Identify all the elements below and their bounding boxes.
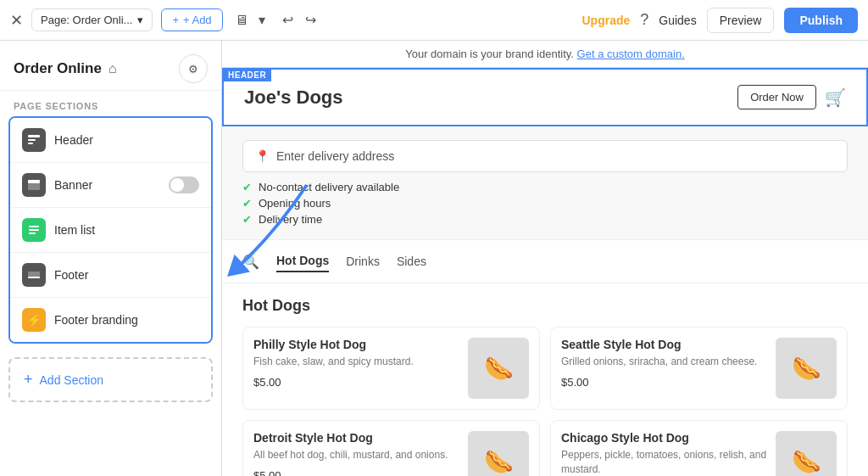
- delivery-address-text: Enter delivery address: [276, 149, 394, 163]
- undo-redo-controls: ↩ ↪: [277, 8, 321, 31]
- menu-tab-sides[interactable]: Sides: [397, 251, 426, 272]
- itemlist-section-label: Item list: [54, 223, 199, 237]
- item-name-seattle: Seattle Style Hot Dog: [561, 338, 767, 351]
- delivery-feature-1: ✔ No-contact delivery available: [242, 181, 848, 193]
- publish-button[interactable]: Publish: [784, 8, 858, 33]
- sidebar-item-footer[interactable]: Footer: [10, 253, 211, 298]
- header-section-label: Header: [54, 133, 199, 147]
- item-card-philly[interactable]: Philly Style Hot Dog Fish cake, slaw, an…: [242, 327, 540, 410]
- gear-icon: ⚙: [188, 63, 198, 76]
- item-info-philly: Philly Style Hot Dog Fish cake, slaw, an…: [253, 338, 459, 389]
- item-desc-chicago: Peppers, pickle, tomatoes, onions, relis…: [561, 448, 767, 476]
- item-image-philly: 🌭: [468, 338, 529, 399]
- item-desc-detroit: All beef hot dog, chili, mustard, and on…: [253, 448, 459, 462]
- add-section-button[interactable]: + Add Section: [8, 357, 213, 402]
- item-name-detroit: Detroit Style Hot Dog: [253, 431, 459, 445]
- sidebar-title-wrap: Order Online ⌂: [14, 60, 117, 77]
- delivery-feature-text-3: Delivery time: [259, 213, 322, 226]
- help-button[interactable]: ?: [640, 11, 648, 29]
- svg-rect-4: [28, 180, 40, 183]
- sidebar-item-banner[interactable]: Banner: [10, 163, 211, 208]
- item-price-detroit: $5.00: [253, 469, 459, 476]
- item-info-detroit: Detroit Style Hot Dog All beef hot dog, …: [253, 431, 459, 476]
- sidebar-header: Order Online ⌂ ⚙: [0, 41, 221, 91]
- guides-button[interactable]: Guides: [659, 14, 696, 27]
- svg-rect-2: [28, 143, 33, 144]
- delivery-feature-text-2: Opening hours: [259, 197, 331, 210]
- site-header-inner: Joe's Dogs Order Now 🛒: [224, 70, 866, 125]
- device-selector: 🖥 ▾: [231, 8, 269, 31]
- footerbrand-section-label: Footer branding: [54, 313, 199, 327]
- main-layout: Order Online ⌂ ⚙ PAGE SECTIONS Header Ba: [0, 41, 868, 476]
- item-card-chicago[interactable]: Chicago Style Hot Dog Peppers, pickle, t…: [550, 420, 848, 476]
- item-name-philly: Philly Style Hot Dog: [253, 338, 459, 351]
- settings-button[interactable]: ⚙: [179, 54, 208, 83]
- topbar-left: ✕ Page: Order Onli... ▾ + + Add 🖥 ▾ ↩ ↪: [10, 8, 321, 31]
- order-now-button[interactable]: Order Now: [737, 85, 816, 109]
- custom-domain-link[interactable]: Get a custom domain.: [577, 48, 685, 60]
- delivery-feature-text-1: No-contact delivery available: [259, 181, 399, 193]
- check-icon-1: ✔: [242, 181, 252, 193]
- banner-section-label: Banner: [54, 178, 160, 192]
- device-chevron[interactable]: ▾: [255, 8, 269, 31]
- content-area: Your domain is your brand identity. Get …: [222, 41, 868, 476]
- pin-icon: 📍: [255, 149, 270, 163]
- site-name: Joe's Dogs: [244, 87, 343, 109]
- item-card-detroit[interactable]: Detroit Style Hot Dog All beef hot dog, …: [242, 420, 540, 476]
- add-label: + Add: [183, 14, 212, 26]
- item-desc-seattle: Grilled onions, sriracha, and cream chee…: [561, 355, 767, 369]
- menu-tab-drinks[interactable]: Drinks: [346, 251, 380, 272]
- menu-nav-section: 🔍 Hot Dogs Drinks Sides: [222, 240, 868, 283]
- menu-nav: 🔍 Hot Dogs Drinks Sides: [242, 250, 848, 272]
- item-price-seattle: $5.00: [561, 376, 767, 389]
- sidebar-item-header[interactable]: Header: [10, 118, 211, 163]
- item-info-chicago: Chicago Style Hot Dog Peppers, pickle, t…: [561, 431, 767, 476]
- add-button[interactable]: + + Add: [161, 8, 222, 31]
- itemlist-section-icon: [22, 218, 46, 242]
- item-placeholder-chicago: 🌭: [792, 448, 821, 476]
- upgrade-button[interactable]: Upgrade: [581, 14, 630, 27]
- footer-section-icon: [22, 263, 46, 287]
- topbar-right: Upgrade ? Guides Preview Publish: [581, 8, 858, 33]
- banner-toggle[interactable]: [169, 176, 199, 193]
- domain-notice: Your domain is your brand identity. Get …: [222, 41, 868, 68]
- add-section-label: Add Section: [40, 373, 104, 387]
- redo-button[interactable]: ↪: [300, 8, 321, 31]
- cart-icon[interactable]: 🛒: [825, 87, 846, 108]
- undo-button[interactable]: ↩: [277, 8, 298, 31]
- domain-notice-text: Your domain is your brand identity.: [405, 48, 574, 60]
- item-image-seattle: 🌭: [776, 338, 837, 399]
- header-badge: HEADER: [223, 69, 271, 81]
- sidebar-page-title: Order Online: [14, 60, 102, 77]
- svg-rect-7: [29, 232, 36, 234]
- header-section-icon: [22, 128, 46, 152]
- sidebar-item-footer-branding[interactable]: ⚡ Footer branding: [10, 298, 211, 342]
- svg-rect-0: [28, 135, 40, 137]
- svg-rect-9: [28, 277, 40, 278]
- svg-rect-1: [28, 139, 36, 141]
- sections-list: Header Banner Item list: [8, 116, 213, 344]
- footerbrand-section-icon: ⚡: [22, 308, 46, 332]
- item-image-detroit: 🌭: [468, 431, 529, 476]
- menu-tab-hotdogs[interactable]: Hot Dogs: [276, 250, 329, 272]
- svg-rect-6: [29, 229, 39, 231]
- preview-button[interactable]: Preview: [707, 8, 775, 33]
- desktop-device-button[interactable]: 🖥: [231, 9, 252, 31]
- page-sections-label: PAGE SECTIONS: [0, 91, 221, 116]
- home-icon: ⌂: [108, 61, 117, 76]
- menu-search-button[interactable]: 🔍: [242, 254, 259, 270]
- page-selector[interactable]: Page: Order Onli... ▾: [31, 8, 153, 31]
- item-desc-philly: Fish cake, slaw, and spicy mustard.: [253, 355, 459, 369]
- sidebar-item-itemlist[interactable]: Item list: [10, 208, 211, 253]
- page-content: HEADER Joe's Dogs Order Now 🛒 📍 Enter de…: [222, 68, 868, 476]
- chevron-down-icon: ▾: [137, 14, 143, 26]
- item-card-seattle[interactable]: Seattle Style Hot Dog Grilled onions, sr…: [550, 327, 848, 410]
- svg-rect-5: [29, 226, 39, 227]
- category-title: Hot Dogs: [242, 297, 848, 315]
- delivery-address-input[interactable]: 📍 Enter delivery address: [242, 140, 848, 172]
- items-grid: Philly Style Hot Dog Fish cake, slaw, an…: [242, 327, 848, 476]
- delivery-features: ✔ No-contact delivery available ✔ Openin…: [242, 181, 848, 226]
- item-image-chicago: 🌭: [776, 431, 837, 476]
- footer-section-label: Footer: [54, 268, 199, 282]
- close-button[interactable]: ✕: [10, 11, 23, 30]
